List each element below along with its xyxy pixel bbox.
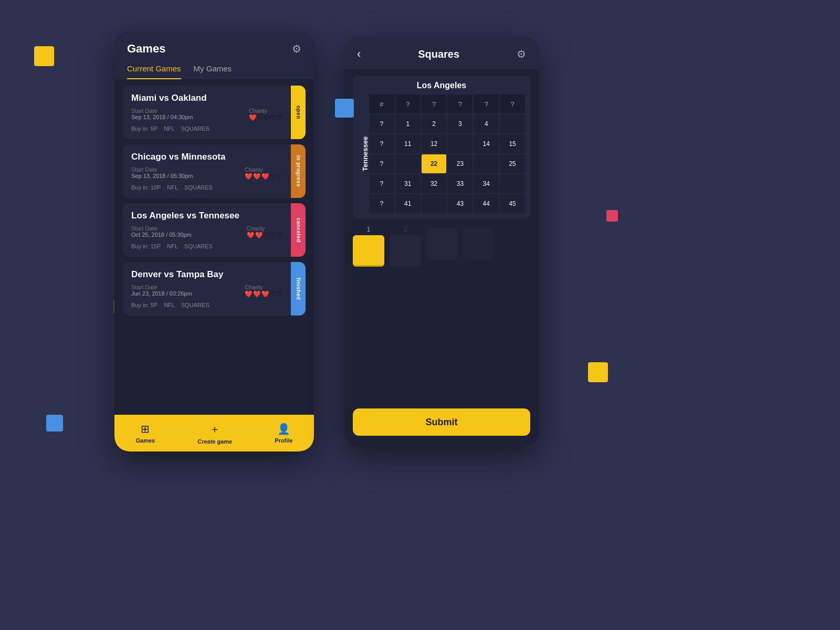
- grid-cell-r4c2[interactable]: 32: [422, 174, 447, 193]
- grid-cell-r5c0[interactable]: ?: [369, 194, 394, 213]
- tab-current-games[interactable]: Current Games: [127, 64, 181, 79]
- game-card-miami[interactable]: Miami vs Oakland Start Date Sep 13, 2018…: [123, 86, 306, 139]
- right-phone: ‹ Squares ⚙ Los Angeles Tennessee # ? ? …: [344, 37, 539, 446]
- legend-square-2[interactable]: [390, 235, 421, 267]
- card-body: Chicago vs Minnesota Start Date Sep 13, …: [123, 144, 291, 198]
- meta-row-date: Start Date Oct 25, 2018 / 05:30pm Charit…: [131, 225, 282, 239]
- grid-cell-r3c1[interactable]: [395, 154, 421, 173]
- nav-create-label: Create game: [197, 438, 232, 445]
- charity-hearts: ❤️❤️❤️♡♡: [245, 290, 282, 298]
- grid-cell-r2c0[interactable]: ?: [369, 134, 394, 153]
- status-badge-canceled: canceled: [291, 203, 306, 257]
- grid-cell-r5c3[interactable]: 43: [447, 194, 472, 213]
- buy-in: Buy in: 10P: [131, 184, 161, 191]
- grid-cell-header-q2: ?: [422, 94, 447, 113]
- grid-cell-r1c1[interactable]: 1: [395, 114, 421, 133]
- grid-cell-header-q5: ?: [500, 94, 525, 113]
- grid-cell-r4c1[interactable]: 31: [395, 174, 421, 193]
- game-type: SQUARES: [184, 184, 213, 191]
- grid-cell-r2c3[interactable]: [447, 134, 472, 153]
- charity-label: Charity: [245, 284, 282, 290]
- card-body: Los Angeles vs Tennesee Start Date Oct 2…: [123, 203, 291, 257]
- settings-icon[interactable]: ⚙: [517, 48, 526, 60]
- grid-cell-header-q4: ?: [474, 94, 499, 113]
- grid-table: # ? ? ? ? ? ? 1 2 3 4 ? 11 12: [369, 94, 525, 213]
- nav-games[interactable]: ⊞ Games: [136, 423, 155, 444]
- right-phone-header: ‹ Squares ⚙: [344, 37, 539, 69]
- legend-square-4[interactable]: [463, 228, 495, 259]
- start-date-label: Start Date: [131, 284, 192, 290]
- nav-profile[interactable]: 👤 Profile: [275, 423, 292, 444]
- game-card-chicago[interactable]: Chicago vs Minnesota Start Date Sep 13, …: [123, 144, 306, 198]
- grid-container: Los Angeles Tennessee # ? ? ? ? ? ? 1 2 …: [353, 76, 530, 218]
- grid-cell-r2c2[interactable]: 12: [422, 134, 447, 153]
- start-date-value: Sep 13, 2018 / 04:30pm: [131, 114, 193, 120]
- grid-cell-r3c5[interactable]: 25: [500, 154, 525, 173]
- game-title: Miami vs Oakland: [131, 93, 282, 103]
- charity-hearts: ❤️♡♡♡♡: [249, 114, 282, 121]
- deco-square-blue-phone-right: [335, 99, 354, 118]
- league: NFL: [167, 184, 178, 191]
- grid-cell-r3c0[interactable]: ?: [369, 154, 394, 173]
- game-type: SQUARES: [181, 302, 209, 308]
- grid-cell-r5c1[interactable]: 41: [395, 194, 421, 213]
- legend-number: 1: [367, 226, 371, 233]
- grid-cell-r5c2[interactable]: [422, 194, 447, 213]
- tab-my-games[interactable]: My Games: [194, 64, 232, 79]
- card-body: Miami vs Oakland Start Date Sep 13, 2018…: [123, 86, 291, 139]
- deco-square-yellow-bottom-right: [588, 362, 608, 382]
- grid-cell-r3c3[interactable]: 23: [447, 154, 472, 173]
- nav-games-label: Games: [136, 437, 155, 444]
- game-title: Chicago vs Minnesota: [131, 152, 282, 162]
- grid-cell-header-hash: #: [369, 94, 394, 113]
- grid-cell-r1c3[interactable]: 3: [447, 114, 472, 133]
- grid-cell-r1c2[interactable]: 2: [422, 114, 447, 133]
- charity-label: Charity: [247, 225, 282, 232]
- bottom-nav: ⊞ Games ＋ Create game 👤 Profile: [114, 415, 314, 452]
- grid-cell-r3c4[interactable]: [474, 154, 499, 173]
- grid-cell-r2c5[interactable]: 15: [500, 134, 525, 153]
- grid-cell-r5c5[interactable]: 45: [500, 194, 525, 213]
- filter-icon[interactable]: ⚙: [292, 43, 301, 55]
- grid-cell-r4c0[interactable]: ?: [369, 174, 394, 193]
- legend-square-3[interactable]: [426, 228, 458, 259]
- back-button[interactable]: ‹: [357, 47, 361, 61]
- game-card-denver[interactable]: Denver vs Tampa Bay Start Date Jun 23, 2…: [123, 262, 306, 316]
- page-title: Games: [127, 42, 165, 56]
- header-top: Games ⚙: [127, 42, 301, 56]
- charity-hearts: ❤️❤️❤️♡♡: [245, 173, 282, 180]
- submit-button[interactable]: Submit: [353, 408, 530, 436]
- grid-cell-r3c2-highlighted[interactable]: 22: [422, 154, 447, 173]
- start-date-value: Sep 13, 2018 / 05:30pm: [131, 173, 193, 179]
- grid-cell-r2c4[interactable]: 14: [474, 134, 499, 153]
- start-date-value: Jun 23, 2018 / 03:26pm: [131, 290, 192, 297]
- grid-cell-r4c4[interactable]: 34: [474, 174, 499, 193]
- charity-label: Charity: [249, 108, 282, 114]
- grid-wrapper: Tennessee # ? ? ? ? ? ? 1 2 3 4: [358, 94, 525, 213]
- grid-cell-r1c4[interactable]: 4: [474, 114, 499, 133]
- squares-title: Squares: [418, 48, 459, 60]
- games-list: Miami vs Oakland Start Date Sep 13, 2018…: [114, 79, 314, 327]
- game-title: Denver vs Tampa Bay: [131, 269, 282, 280]
- grid-cell-r1c5[interactable]: [500, 114, 525, 133]
- legend-item-1: 1: [353, 226, 384, 267]
- grid-cell-r1c0[interactable]: ?: [369, 114, 394, 133]
- grid-cell-r2c1[interactable]: 11: [395, 134, 421, 153]
- grid-cell-r4c3[interactable]: 33: [447, 174, 472, 193]
- league: NFL: [164, 125, 175, 132]
- side-team-label: Tennessee: [358, 94, 369, 213]
- nav-profile-label: Profile: [275, 437, 292, 444]
- create-game-icon: ＋: [209, 422, 220, 436]
- grid-cell-r4c5[interactable]: [500, 174, 525, 193]
- game-card-la[interactable]: Los Angeles vs Tennesee Start Date Oct 2…: [123, 203, 306, 257]
- charity-label: Charity: [245, 166, 282, 173]
- game-title: Los Angeles vs Tennesee: [131, 211, 282, 221]
- game-type: SQUARES: [184, 243, 213, 249]
- nav-create-game[interactable]: ＋ Create game: [197, 422, 232, 445]
- charity-hearts: ❤️❤️♡♡♡: [247, 232, 282, 239]
- start-date-label: Start Date: [131, 225, 192, 232]
- grid-cell-r5c4[interactable]: 44: [474, 194, 499, 213]
- game-tags: Buy in: 5P NFL SQUARES: [131, 302, 282, 308]
- game-type: SQUARES: [181, 125, 209, 132]
- legend-square-yellow[interactable]: [353, 235, 384, 267]
